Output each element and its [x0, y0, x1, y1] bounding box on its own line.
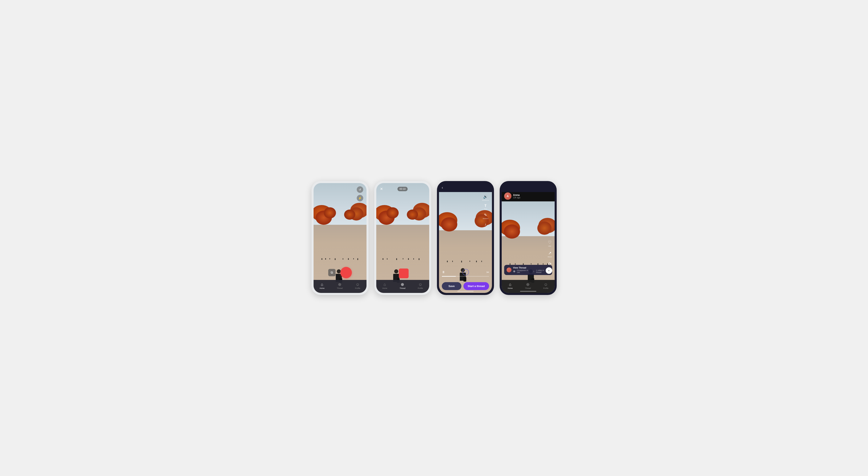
- edit-circle[interactable]: ✦: [462, 269, 469, 275]
- save-button[interactable]: Save: [442, 282, 462, 290]
- home-label-2: Home: [382, 287, 387, 289]
- action-buttons-row: Save Start a thread: [442, 282, 489, 290]
- thread-label-2: Thread: [400, 287, 405, 289]
- nav-thread-2[interactable]: ⊕ Thread: [400, 282, 405, 289]
- music-control[interactable]: ♪ Music: [484, 222, 488, 229]
- screen-1: ↺ ⚡ ⧉ ⌂ Home ⊕ Thread ☺ Pr: [314, 183, 367, 293]
- text-label: Text: [484, 208, 487, 210]
- head-2: [394, 269, 398, 273]
- foliage-mr-2: [407, 209, 418, 220]
- phone-2: ✕ 00:10 ⌂ Home ⊕ Thread ☺ Profile: [374, 181, 431, 295]
- right-actions: ♡ Like ↗ Share ⟳ Remix: [548, 240, 552, 269]
- nav-profile-4[interactable]: ☺ Profile: [543, 282, 549, 289]
- share-label: Share: [548, 256, 552, 258]
- phones-container: ↺ ⚡ ⧉ ⌂ Home ⊕ Thread ☺ Pr: [312, 181, 557, 295]
- crowd: [314, 258, 367, 262]
- view-thread-label: View Thread: [513, 267, 550, 269]
- home-label: Home: [320, 287, 324, 289]
- share-icon: ↗: [548, 250, 552, 256]
- nav-thread-1[interactable]: ⊕ Thread: [337, 282, 343, 289]
- clock-icon: 🕐: [513, 270, 515, 272]
- profile-label-2: Profile: [418, 287, 423, 289]
- profile-icon-2: ☺: [418, 282, 422, 287]
- scissors-button[interactable]: ✂: [487, 270, 489, 274]
- profile-label-4: Profile: [543, 287, 549, 289]
- nav-home-1[interactable]: ⌂ Home: [320, 282, 324, 289]
- phone-3: ‹: [437, 181, 494, 295]
- like-label: Like: [548, 245, 551, 247]
- sticker-icon: ✎: [484, 213, 487, 217]
- nav-profile-2[interactable]: ☺ Profile: [418, 282, 423, 289]
- record-button[interactable]: [340, 267, 352, 278]
- reply-icon: +: [548, 269, 550, 272]
- screen-3: ‹: [439, 183, 492, 293]
- sticker-label: Stickers: [483, 218, 488, 219]
- thread-info: View Thread 🕐 Disappears in 24h ▷ 1 vide…: [513, 267, 550, 273]
- user-time: 13h ago: [513, 197, 521, 199]
- tree-foliage-mid-left: [324, 207, 336, 218]
- backpack-3: [463, 277, 466, 281]
- user-header: A Anna 13h ago: [504, 193, 552, 200]
- video-progress-bar[interactable]: [442, 276, 489, 277]
- home-icon-4: ⌂: [509, 282, 512, 287]
- user-name: Anna: [513, 194, 521, 197]
- text-control[interactable]: T Text: [484, 204, 487, 210]
- thread-label-4: Thread: [525, 287, 531, 289]
- avatar-initial: A: [506, 195, 508, 198]
- dark-top-bar-3: ‹: [439, 183, 492, 192]
- play-pause-button[interactable]: ⏸: [442, 270, 445, 274]
- video-count-icon: ▷: [533, 270, 534, 272]
- thread-meta: 🕐 Disappears in 24h ▷ 1 video in thread: [513, 269, 550, 273]
- back-button[interactable]: ‹: [442, 185, 443, 190]
- camera-controls: ↺ ⚡: [357, 186, 363, 201]
- foliage-l2-3: [441, 217, 457, 232]
- home-icon: ⌂: [321, 282, 323, 287]
- thread-icon-2: ⊕: [401, 282, 404, 287]
- close-button[interactable]: ✕: [379, 186, 384, 192]
- scene-4: [502, 201, 555, 293]
- home-indicator-3: [457, 291, 474, 292]
- thread-icon: ⊕: [338, 282, 341, 287]
- bottom-nav-2: ⌂ Home ⊕ Thread ☺ Profile: [376, 280, 429, 293]
- record-area: ⧉: [314, 267, 367, 278]
- thread-label: Thread: [337, 287, 343, 289]
- share-action[interactable]: ↗ Share: [548, 250, 552, 258]
- start-thread-button[interactable]: Start a thread: [463, 282, 489, 290]
- timer-badge: 00:10: [398, 187, 408, 191]
- right-controls: 🔊 Sound on T Text ✎ Stickers ♪ Music: [482, 195, 489, 229]
- music-label: Music: [484, 227, 488, 229]
- nav-home-4[interactable]: ⌂ Home: [508, 282, 513, 289]
- text-icon: T: [485, 204, 487, 208]
- thread-icon-4: ⊕: [526, 282, 530, 287]
- gallery-button[interactable]: ⧉: [328, 269, 336, 276]
- view-thread-bar[interactable]: View Thread 🕐 Disappears in 24h ▷ 1 vide…: [504, 265, 552, 275]
- sticker-control[interactable]: ✎ Stickers: [483, 213, 488, 219]
- home-indicator-4: [520, 291, 536, 292]
- flash-button[interactable]: ⚡: [357, 195, 363, 201]
- phone-4: A Anna 13h ago: [500, 181, 557, 295]
- user-info: Anna 13h ago: [513, 194, 521, 199]
- sound-control[interactable]: 🔊 Sound on: [482, 195, 489, 201]
- music-icon: ♪: [485, 222, 487, 227]
- like-action[interactable]: ♡ Like: [548, 240, 552, 247]
- crowd-3: [439, 261, 492, 265]
- dark-top-bar-4: [502, 183, 555, 192]
- top-bar-video: ✕ 00:10: [379, 186, 426, 192]
- nav-thread-4[interactable]: ⊕ Thread: [525, 282, 531, 289]
- reply-button[interactable]: +: [546, 267, 552, 274]
- sound-label: Sound on: [482, 199, 489, 201]
- video-bottom-controls: ⏸ ✦ ✂: [442, 269, 489, 275]
- profile-icon-4: ☺: [544, 282, 548, 287]
- stop-record-button[interactable]: [399, 269, 408, 278]
- phone-1: ↺ ⚡ ⧉ ⌂ Home ⊕ Thread ☺ Pr: [312, 181, 369, 295]
- nav-profile-1[interactable]: ☺ Profile: [355, 282, 361, 289]
- flip-camera-button[interactable]: ↺: [357, 186, 363, 193]
- screen-2: ✕ 00:10 ⌂ Home ⊕ Thread ☺ Profile: [376, 183, 429, 293]
- edit-icon: ✦: [465, 271, 467, 274]
- foliage-ml-2: [386, 207, 399, 218]
- home-label-4: Home: [508, 287, 513, 289]
- progress-fill: [442, 276, 456, 277]
- screen-4: A Anna 13h ago: [502, 183, 555, 293]
- bottom-nav-1: ⌂ Home ⊕ Thread ☺ Profile: [314, 280, 367, 293]
- nav-home-2[interactable]: ⌂ Home: [382, 282, 387, 289]
